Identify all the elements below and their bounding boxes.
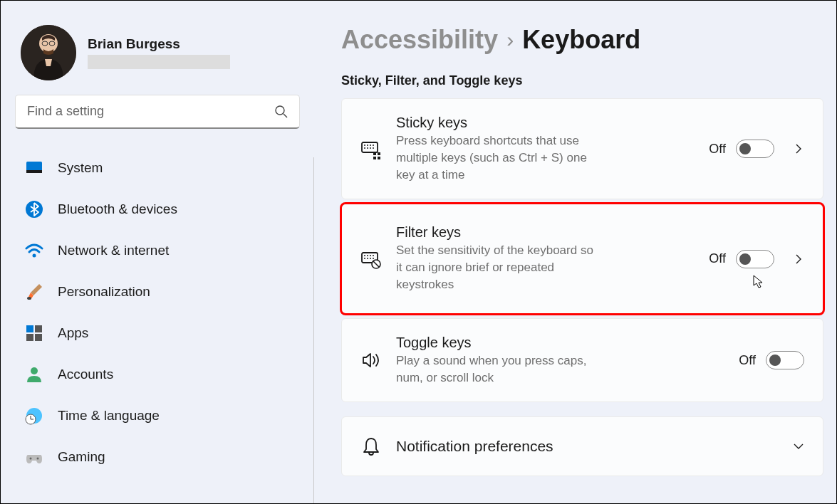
nav-label: Bluetooth & devices — [58, 201, 177, 217]
toggle-state-label: Off — [739, 353, 756, 368]
chevron-right-icon — [793, 143, 804, 154]
svg-point-42 — [370, 258, 371, 259]
card-notification-preferences[interactable]: Notification preferences — [341, 416, 823, 476]
sidebar-item-network[interactable]: Network & internet — [15, 230, 300, 271]
search-icon — [274, 105, 288, 119]
card-toggle-keys[interactable]: Toggle keys Play a sound when you press … — [341, 318, 823, 403]
user-email-redacted — [88, 55, 230, 69]
svg-point-27 — [364, 147, 365, 149]
apps-icon — [25, 324, 43, 342]
sidebar-item-time[interactable]: Time & language — [15, 395, 300, 436]
main-content: Accessibility › Keyboard Sticky, Filter,… — [314, 1, 836, 503]
section-title: Sticky, Filter, and Toggle keys — [341, 73, 823, 88]
breadcrumb-parent[interactable]: Accessibility — [341, 25, 498, 55]
svg-rect-33 — [373, 157, 376, 159]
wifi-icon — [25, 241, 43, 260]
chevron-right-icon — [793, 253, 804, 265]
chevron-down-icon — [793, 441, 804, 452]
toggle-state-label: Off — [709, 251, 726, 266]
search-input[interactable] — [15, 95, 300, 129]
sidebar-item-bluetooth[interactable]: Bluetooth & devices — [15, 189, 300, 230]
svg-point-38 — [370, 255, 371, 256]
svg-point-28 — [367, 147, 368, 149]
user-name: Brian Burgess — [88, 36, 230, 52]
svg-point-9 — [33, 254, 36, 258]
svg-point-30 — [373, 147, 374, 149]
sidebar-divider — [313, 157, 314, 503]
svg-point-26 — [373, 145, 374, 146]
svg-point-23 — [364, 145, 365, 146]
svg-point-24 — [367, 145, 368, 146]
svg-point-10 — [27, 297, 31, 300]
svg-rect-13 — [26, 334, 33, 341]
svg-point-29 — [370, 147, 371, 149]
card-description: Set the sensitivity of the keyboard so i… — [396, 242, 596, 293]
svg-point-15 — [31, 367, 38, 374]
svg-point-25 — [370, 145, 371, 146]
bluetooth-icon — [25, 200, 43, 219]
user-section[interactable]: Brian Burgess — [15, 22, 300, 95]
svg-point-36 — [364, 255, 365, 256]
card-description: Press keyboard shortcuts that use multip… — [396, 132, 596, 183]
svg-point-37 — [367, 255, 368, 256]
person-icon — [25, 365, 43, 384]
svg-line-5 — [284, 114, 287, 117]
svg-rect-31 — [373, 152, 376, 155]
nav-label: Time & language — [58, 408, 160, 424]
card-description: Play a sound when you press caps, num, o… — [396, 352, 596, 387]
search-box — [15, 95, 300, 129]
card-title: Filter keys — [396, 224, 695, 241]
toggle-state-label: Off — [709, 142, 726, 157]
svg-rect-12 — [35, 325, 42, 332]
svg-rect-22 — [362, 142, 378, 152]
card-title: Sticky keys — [396, 115, 695, 131]
svg-rect-34 — [378, 157, 380, 159]
breadcrumb-current: Keyboard — [522, 25, 640, 55]
svg-rect-14 — [35, 334, 42, 341]
clock-globe-icon — [25, 406, 43, 425]
chevron-right-icon: › — [506, 28, 514, 52]
toggle-keys-toggle[interactable] — [766, 351, 804, 369]
svg-rect-7 — [26, 170, 42, 173]
system-icon — [25, 159, 43, 177]
sticky-keys-icon — [360, 138, 382, 159]
gamepad-icon — [25, 448, 43, 466]
svg-point-21 — [37, 458, 39, 460]
speaker-icon — [360, 350, 382, 371]
filter-keys-icon — [360, 248, 382, 270]
sidebar-item-apps[interactable]: Apps — [15, 313, 300, 354]
sidebar: Brian Burgess System — [1, 1, 314, 503]
nav-label: System — [58, 160, 103, 176]
bell-icon — [360, 436, 382, 457]
svg-rect-32 — [378, 152, 380, 155]
sidebar-item-accounts[interactable]: Accounts — [15, 354, 300, 395]
card-title: Notification preferences — [396, 438, 770, 455]
svg-point-41 — [367, 258, 368, 259]
sidebar-item-personalization[interactable]: Personalization — [15, 271, 300, 313]
svg-point-40 — [364, 258, 365, 259]
svg-point-43 — [373, 258, 374, 259]
avatar — [21, 25, 76, 80]
sidebar-item-gaming[interactable]: Gaming — [15, 436, 300, 478]
svg-point-39 — [373, 255, 374, 256]
svg-point-20 — [30, 458, 32, 460]
card-title: Toggle keys — [396, 335, 724, 351]
nav-label: Personalization — [58, 284, 150, 300]
filter-keys-toggle[interactable] — [736, 250, 774, 268]
card-filter-keys[interactable]: Filter keys Set the sensitivity of the k… — [341, 204, 823, 313]
nav-label: Network & internet — [58, 243, 169, 258]
nav-list: System Bluetooth & devices Network & int… — [15, 147, 300, 478]
svg-rect-11 — [26, 325, 33, 332]
breadcrumb: Accessibility › Keyboard — [341, 25, 823, 55]
svg-point-4 — [276, 106, 284, 115]
nav-label: Accounts — [58, 367, 113, 382]
paintbrush-icon — [25, 283, 43, 301]
nav-label: Apps — [58, 325, 88, 341]
nav-label: Gaming — [58, 449, 105, 465]
sticky-keys-toggle[interactable] — [736, 140, 774, 158]
card-sticky-keys[interactable]: Sticky keys Press keyboard shortcuts tha… — [341, 98, 823, 199]
sidebar-item-system[interactable]: System — [15, 147, 300, 189]
